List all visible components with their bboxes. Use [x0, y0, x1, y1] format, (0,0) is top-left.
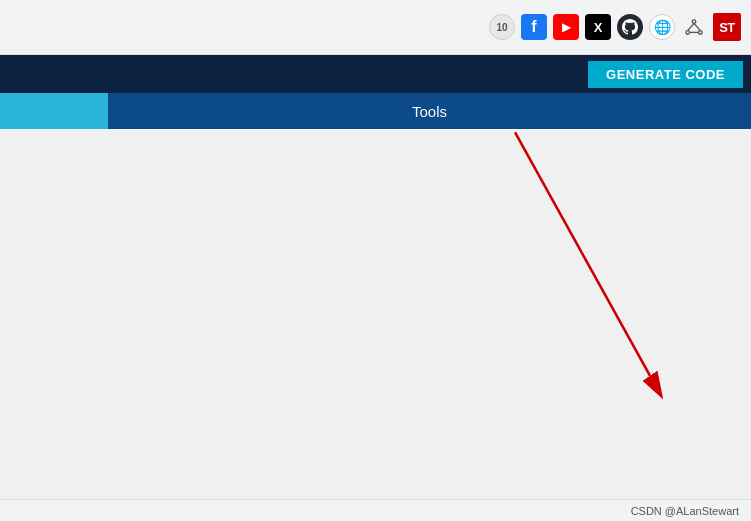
- main-content-area: [0, 129, 751, 499]
- svg-line-3: [688, 23, 694, 30]
- svg-line-7: [515, 132, 650, 375]
- annotation-arrow: [0, 129, 751, 499]
- tools-bar: Tools: [0, 93, 751, 129]
- facebook-icon[interactable]: f: [521, 14, 547, 40]
- st-logo: ST: [713, 13, 741, 41]
- svg-point-0: [692, 20, 696, 24]
- wikipedia-icon[interactable]: 🌐: [649, 14, 675, 40]
- browser-toolbar: 10 f ▶ X 🌐 ST: [0, 0, 751, 55]
- generate-code-button[interactable]: GENERATE CODE: [588, 61, 743, 88]
- tools-left-tab: [0, 93, 108, 129]
- svg-line-4: [694, 23, 700, 30]
- youtube-icon[interactable]: ▶: [553, 14, 579, 40]
- 10year-icon[interactable]: 10: [489, 14, 515, 40]
- svg-point-1: [686, 31, 690, 35]
- footer: CSDN @ALanStewart: [0, 499, 751, 521]
- tools-label: Tools: [108, 103, 751, 120]
- app-toolbar: GENERATE CODE: [0, 55, 751, 93]
- x-twitter-icon[interactable]: X: [585, 14, 611, 40]
- network-icon[interactable]: [681, 14, 707, 40]
- footer-credit: CSDN @ALanStewart: [631, 505, 739, 517]
- svg-point-2: [699, 31, 703, 35]
- github-icon[interactable]: [617, 14, 643, 40]
